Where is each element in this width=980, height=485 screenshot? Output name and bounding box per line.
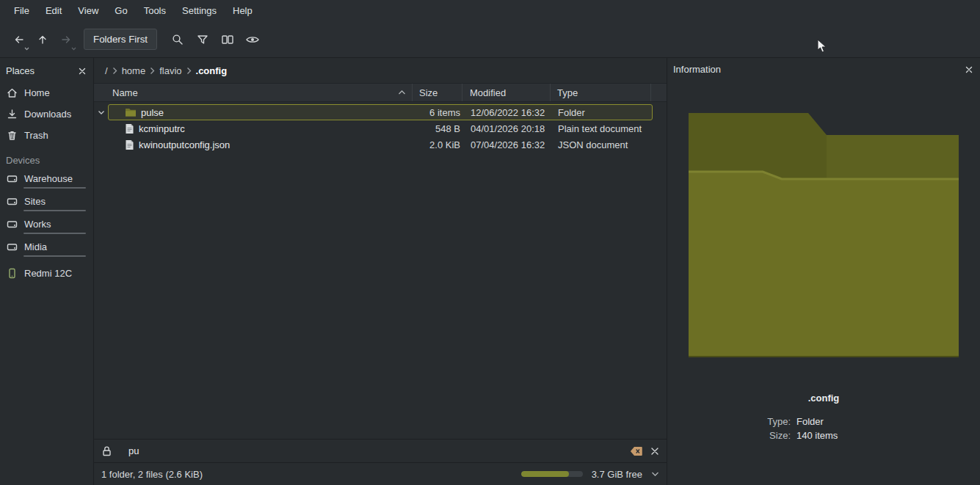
trash-icon — [7, 130, 18, 141]
capacity-bar — [23, 233, 86, 234]
sidebar-item-works[interactable]: Works — [0, 216, 93, 238]
information-header: Information — [667, 58, 980, 81]
downloads-icon — [7, 109, 18, 120]
file-type: Folder — [551, 107, 652, 118]
property-value: 140 items — [796, 430, 980, 441]
menu-edit[interactable]: Edit — [37, 0, 70, 22]
information-panel: Information .config Type: Folder Size: — [667, 58, 980, 485]
chevron-right-icon — [149, 67, 156, 75]
file-size: 548 B — [413, 123, 463, 134]
chevron-right-icon — [112, 67, 118, 75]
home-icon — [7, 87, 18, 98]
places-title: Places — [6, 65, 35, 76]
drive-icon — [7, 197, 18, 206]
back-icon — [12, 33, 26, 46]
back-history-caret-icon — [24, 47, 29, 51]
information-title: Information — [673, 64, 721, 75]
file-modified: 04/01/2026 20:18 — [463, 123, 551, 134]
capacity-bar — [23, 255, 86, 257]
file-name: kcminputrc — [139, 123, 185, 134]
sort-ascending-icon — [398, 90, 406, 95]
table-row: kcminputrc 548 B 04/01/2026 20:18 Plain … — [94, 120, 667, 136]
menu-settings[interactable]: Settings — [174, 0, 225, 22]
file-row-kwinoutputconfig[interactable]: kwinoutputconfig.json 2.0 KiB 07/04/2026… — [108, 136, 653, 153]
forward-history-caret-icon — [71, 47, 76, 51]
search-button[interactable] — [166, 28, 189, 51]
filter-input[interactable] — [120, 445, 623, 456]
table-header: Name Size Modified Type — [94, 83, 667, 102]
clear-filter-icon[interactable] — [630, 446, 643, 456]
folders-first-button[interactable]: Folders First — [84, 29, 157, 50]
json-file-icon — [125, 139, 134, 150]
property-value: Folder — [796, 416, 980, 427]
sidebar-item-downloads[interactable]: Downloads — [0, 103, 93, 125]
lock-icon[interactable] — [101, 445, 112, 457]
sidebar-item-warehouse[interactable]: Warehouse — [0, 170, 93, 193]
information-close-icon[interactable] — [965, 66, 973, 73]
sidebar-item-trash[interactable]: Trash — [0, 125, 93, 146]
column-header-modified[interactable]: Modified — [462, 84, 551, 101]
places-panel: Places Home Downloads Trash Devices — [0, 58, 94, 485]
split-view-button[interactable] — [216, 28, 239, 51]
menu-go[interactable]: Go — [106, 0, 135, 22]
file-modified: 07/04/2026 16:32 — [463, 139, 551, 150]
filter-button[interactable] — [191, 28, 214, 51]
capacity-bar — [23, 187, 86, 189]
phone-icon — [7, 268, 18, 279]
table-row: kwinoutputconfig.json 2.0 KiB 07/04/2026… — [94, 136, 667, 153]
preview-file-name: .config — [808, 393, 840, 404]
window-body: Places Home Downloads Trash Devices — [0, 57, 980, 485]
column-header-name[interactable]: Name — [94, 84, 413, 101]
file-row-pulse[interactable]: pulse 6 items 12/06/2022 16:32 Folder — [108, 104, 653, 120]
sidebar-item-midia[interactable]: Midia — [0, 238, 93, 261]
free-space-label: 3.7 GiB free — [592, 469, 642, 480]
table-row: pulse 6 items 12/06/2022 16:32 Folder — [94, 104, 667, 120]
column-header-spacer — [651, 84, 667, 101]
drive-icon — [7, 174, 18, 183]
devices-section-title: Devices — [0, 146, 93, 170]
file-type: JSON document — [551, 139, 652, 150]
disk-usage-fill — [521, 471, 570, 477]
selection-summary: 1 folder, 2 files (2.6 KiB) — [101, 469, 203, 480]
folder-preview-icon — [685, 109, 962, 362]
breadcrumb-home[interactable]: home — [118, 65, 150, 76]
up-button[interactable] — [31, 28, 54, 51]
forward-button[interactable] — [54, 28, 78, 51]
search-icon — [171, 33, 184, 46]
sidebar-item-home[interactable]: Home — [0, 82, 93, 103]
places-header: Places — [0, 59, 93, 82]
preview-button[interactable] — [241, 28, 264, 51]
chevron-right-icon — [186, 67, 192, 75]
free-space-chevron-icon[interactable] — [651, 471, 659, 477]
file-type: Plain text document — [551, 123, 652, 134]
places-close-icon[interactable] — [79, 68, 86, 75]
file-list: pulse 6 items 12/06/2022 16:32 Folder kc… — [94, 102, 667, 439]
filter-bar — [94, 439, 667, 462]
file-size: 2.0 KiB — [413, 139, 463, 150]
split-view-icon — [221, 33, 234, 46]
filter-icon — [196, 33, 209, 46]
disk-usage-bar — [521, 471, 583, 477]
drive-icon — [7, 219, 18, 229]
menu-help[interactable]: Help — [225, 0, 261, 22]
menubar: File Edit View Go Tools Settings Help — [0, 0, 980, 22]
menu-file[interactable]: File — [6, 0, 37, 22]
breadcrumb-flavio[interactable]: flavio — [156, 65, 185, 76]
close-filter-icon[interactable] — [650, 447, 659, 456]
expand-chevron-icon[interactable] — [94, 110, 108, 115]
information-body: .config Type: Folder Size: 140 items — [667, 81, 980, 485]
toolbar: Folders First — [0, 22, 980, 56]
file-row-kcminputrc[interactable]: kcminputrc 548 B 04/01/2026 20:18 Plain … — [108, 120, 653, 136]
menu-tools[interactable]: Tools — [136, 0, 174, 22]
folder-icon — [125, 107, 137, 117]
sidebar-item-redmi-12c[interactable]: Redmi 12C — [0, 261, 93, 284]
back-button[interactable] — [7, 28, 31, 51]
column-header-type[interactable]: Type — [551, 84, 651, 101]
breadcrumb-root[interactable]: / — [101, 65, 112, 76]
breadcrumb-config[interactable]: .config — [192, 65, 231, 76]
file-properties: Type: Folder Size: 140 items — [667, 416, 980, 441]
menu-view[interactable]: View — [70, 0, 106, 22]
column-header-size[interactable]: Size — [413, 84, 462, 101]
sidebar-item-sites[interactable]: Sites — [0, 193, 93, 216]
up-icon — [36, 33, 49, 46]
